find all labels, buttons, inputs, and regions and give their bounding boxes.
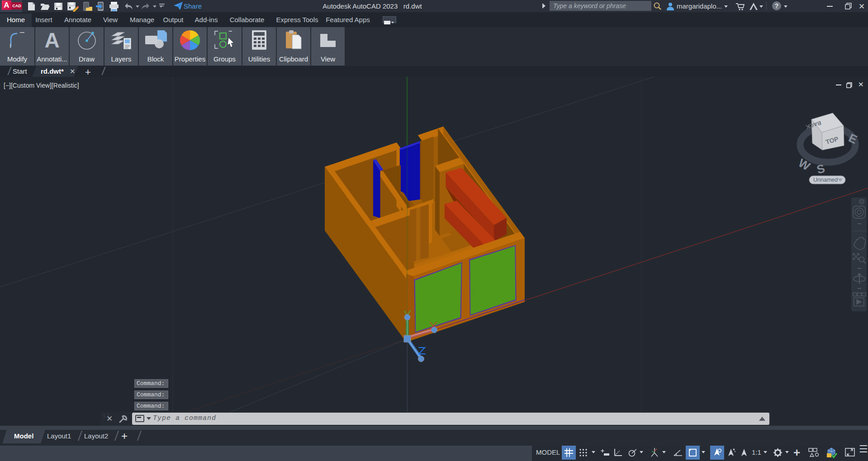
svg-text:A: A [44,29,59,51]
svg-text:Unnamed: Unnamed [813,177,838,183]
